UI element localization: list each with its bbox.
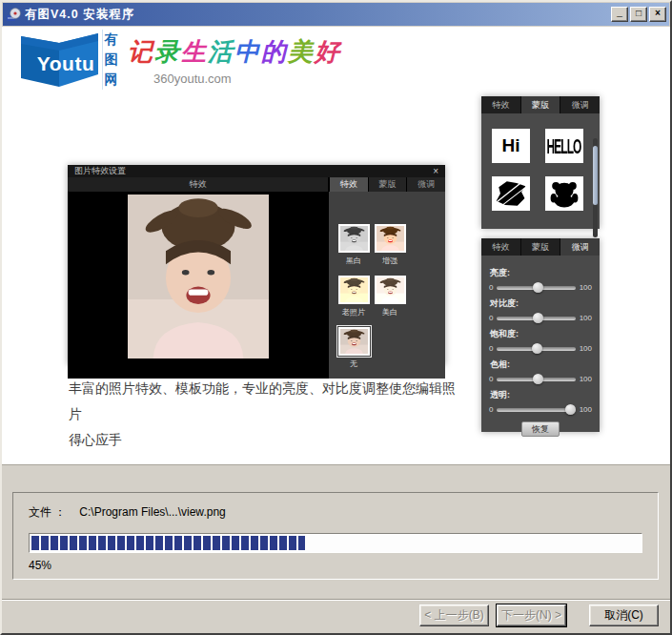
preview-tab-adjust: 微调 [406, 177, 445, 192]
maximize-button-icon[interactable]: □ [630, 7, 647, 22]
preview-tabs: 特效 蒙版 微调 [329, 177, 445, 192]
slider-label: 饱和度: [490, 328, 600, 340]
slider-track [497, 347, 575, 351]
site-domain: 360youtu.com [153, 72, 232, 86]
installer-footer: 文件 ：C:\Program Files\...\view.png 45% < … [2, 465, 670, 634]
youtu-logo: Youtu 有图网 记录生活中的美好 360youtu.com [18, 30, 314, 92]
current-file-line: 文件 ：C:\Program Files\...\view.png [29, 504, 226, 521]
effect-label: 老照片 [336, 307, 371, 318]
slider-min: 0 [489, 375, 493, 383]
slogan: 记录生活中的美好 [128, 35, 341, 69]
effect-label: 黑白 [336, 256, 371, 266]
adjust-tab-adjust: 微调 [560, 238, 600, 256]
slider-label: 亮度: [490, 267, 600, 279]
mask-panel-preview: 特效 蒙版 微调 Hi HELLO [481, 96, 600, 229]
effect-label: 增强 [373, 256, 407, 266]
effects-grid: 黑白 增强 老照片 美 [336, 224, 439, 379]
client-area: Youtu 有图网 记录生活中的美好 360youtu.com 图片特效设置 ×… [2, 27, 670, 635]
slider-max: 100 [580, 375, 592, 383]
slider-track [497, 317, 575, 320]
mask-panel-tabs: 特效 蒙版 微调 [481, 96, 600, 113]
girl-photo [128, 195, 269, 358]
slider-track [497, 378, 575, 381]
slogan-char: 好 [315, 38, 341, 66]
progress-fill [31, 536, 305, 550]
effect-thumb-enhance: 增强 [373, 224, 407, 266]
adjust-panel-preview: 特效 蒙版 微调 亮度: 0 100 对比度: [481, 238, 600, 432]
mask-tab-mask: 蒙版 [520, 96, 560, 113]
app-preview-screenshot: 图片特效设置 × 特效 特效 蒙版 微调 [68, 165, 445, 365]
slider-thumb [533, 374, 543, 384]
content-area: Youtu 有图网 记录生活中的美好 360youtu.com 图片特效设置 ×… [2, 27, 670, 465]
mask-tiles: Hi HELLO [481, 113, 600, 229]
minimize-button-icon[interactable]: _ [611, 7, 628, 22]
effect-preview-image [340, 329, 368, 354]
description-line2: 得心应手 [69, 427, 461, 453]
effect-thumb-oldphoto: 老照片 [336, 276, 371, 318]
contrast-slider: 对比度: 0 100 [481, 297, 600, 322]
preview-tab-effects: 特效 [329, 177, 368, 192]
slider-label: 对比度: [490, 297, 600, 310]
preview-window-title: 图片特效设置 [74, 165, 433, 177]
cancel-button[interactable]: 取消(C) [589, 604, 659, 626]
preview-tab-row: 特效 特效 蒙版 微调 [68, 177, 445, 192]
preview-titlebar: 图片特效设置 × [68, 165, 445, 177]
slider-max: 100 [580, 344, 592, 353]
slider-min: 0 [489, 405, 493, 414]
footer-separator [2, 599, 670, 601]
slider-max: 100 [580, 283, 592, 292]
effect-thumb-none: 无 [336, 327, 371, 369]
slider-label: 色相: [490, 358, 600, 371]
slogan-char: 记 [128, 38, 154, 66]
slogan-char: 录 [154, 38, 181, 66]
effect-thumb-bw: 黑白 [336, 224, 371, 266]
installer-window: 有图V4.0 安装程序 _ □ × Youtu 有图网 记录生活中的美好 360… [0, 0, 672, 635]
slider-min: 0 [489, 344, 493, 353]
description-line1: 丰富的照片特效、模板功能，专业的亮度、对比度调整使您编辑照片 [69, 376, 461, 427]
file-path: C:\Program Files\...\view.png [79, 505, 225, 519]
hue-slider: 色相: 0 100 [481, 358, 600, 383]
preview-tab-mask: 蒙版 [368, 177, 407, 192]
adjust-panel-tabs: 特效 蒙版 微调 [481, 238, 600, 256]
saturation-slider: 饱和度: 0 100 [481, 328, 600, 353]
slider-min: 0 [489, 314, 493, 322]
mask-tile-hello: HELLO [545, 129, 583, 163]
teddy-bear-mask-icon [545, 176, 583, 211]
progress-bar [29, 533, 642, 553]
preview-header-label: 特效 [68, 177, 329, 192]
slider-track [497, 286, 575, 290]
next-button[interactable]: 下一步(N) > [497, 604, 566, 626]
window-title: 有图V4.0 安装程序 [25, 7, 609, 23]
back-button[interactable]: < 上一步(B) [419, 604, 489, 626]
site-name-vertical: 有图网 [102, 30, 119, 90]
scribble-mask-icon [492, 176, 530, 211]
brightness-slider: 亮度: 0 100 [481, 267, 600, 292]
installer-app-icon [6, 7, 21, 22]
preview-effects-panel: 黑白 增强 老照片 美 [329, 192, 445, 379]
effect-preview-image [340, 226, 368, 251]
slider-thumb [565, 404, 576, 415]
effect-preview-image [377, 277, 404, 302]
mask-tab-effects: 特效 [481, 96, 520, 113]
preview-body: 黑白 增强 老照片 美 [68, 192, 445, 379]
scrollbar-thumb [593, 146, 598, 205]
mask-scrollbar [593, 138, 598, 237]
titlebar[interactable]: 有图V4.0 安装程序 _ □ × [3, 3, 669, 26]
slider-max: 100 [580, 405, 592, 414]
close-button-icon[interactable]: × [649, 7, 666, 22]
slider-label: 透明: [490, 389, 600, 401]
effect-label: 美白 [373, 307, 407, 318]
preview-close-icon: × [433, 167, 438, 176]
effect-preview-image [377, 226, 404, 251]
slogan-char: 生 [181, 38, 208, 66]
file-label: 文件 ： [29, 505, 66, 519]
sliders-group: 亮度: 0 100 对比度: 0 100 [481, 256, 600, 437]
slider-min: 0 [489, 283, 493, 292]
effect-thumb-whitening: 美白 [373, 276, 407, 318]
mask-tab-adjust: 微调 [560, 96, 600, 113]
reset-button: 恢复 [521, 421, 560, 437]
slider-max: 100 [580, 314, 592, 322]
adjust-tab-effects: 特效 [481, 238, 520, 256]
preview-canvas [68, 192, 329, 379]
opacity-slider: 透明: 0 100 [481, 389, 600, 414]
